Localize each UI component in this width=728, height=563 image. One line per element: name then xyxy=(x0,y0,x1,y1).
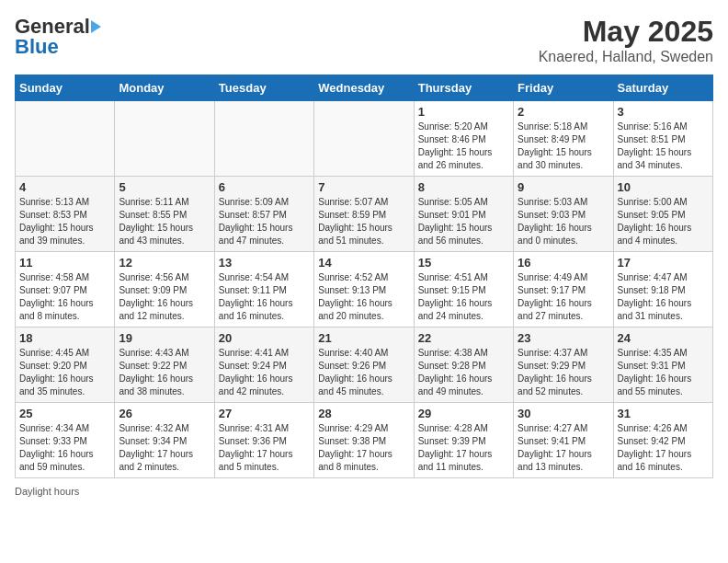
day-info: Sunrise: 5:18 AM Sunset: 8:49 PM Dayligh… xyxy=(518,121,609,172)
day-number: 2 xyxy=(518,105,609,119)
calendar-week-5: 25Sunrise: 4:34 AM Sunset: 9:33 PM Dayli… xyxy=(16,403,713,478)
day-info: Sunrise: 4:45 AM Sunset: 9:20 PM Dayligh… xyxy=(19,347,110,398)
day-number: 12 xyxy=(119,256,210,270)
calendar-cell: 12Sunrise: 4:56 AM Sunset: 9:09 PM Dayli… xyxy=(115,252,214,327)
calendar-cell: 6Sunrise: 5:09 AM Sunset: 8:57 PM Daylig… xyxy=(214,177,313,252)
calendar-header-row: Sunday Monday Tuesday Wednesday Thursday… xyxy=(16,75,713,101)
day-info: Sunrise: 5:13 AM Sunset: 8:53 PM Dayligh… xyxy=(19,196,110,247)
calendar-title: May 2025 xyxy=(539,15,713,49)
day-number: 16 xyxy=(518,256,609,270)
day-number: 21 xyxy=(318,331,409,345)
calendar-cell: 20Sunrise: 4:41 AM Sunset: 9:24 PM Dayli… xyxy=(214,327,313,403)
header-friday: Friday xyxy=(514,75,613,101)
calendar-cell: 7Sunrise: 5:07 AM Sunset: 8:59 PM Daylig… xyxy=(314,177,414,252)
day-number: 29 xyxy=(418,407,509,420)
calendar-cell: 4Sunrise: 5:13 AM Sunset: 8:53 PM Daylig… xyxy=(16,177,115,252)
day-number: 19 xyxy=(119,331,210,345)
day-number: 8 xyxy=(418,180,509,194)
calendar-week-3: 11Sunrise: 4:58 AM Sunset: 9:07 PM Dayli… xyxy=(16,252,713,327)
header-wednesday: Wednesday xyxy=(314,75,414,101)
day-info: Sunrise: 4:40 AM Sunset: 9:26 PM Dayligh… xyxy=(318,347,409,398)
calendar-cell: 31Sunrise: 4:26 AM Sunset: 9:42 PM Dayli… xyxy=(613,403,712,478)
calendar-week-2: 4Sunrise: 5:13 AM Sunset: 8:53 PM Daylig… xyxy=(16,177,713,252)
day-info: Sunrise: 4:37 AM Sunset: 9:29 PM Dayligh… xyxy=(518,347,609,398)
calendar-subtitle: Knaered, Halland, Sweden xyxy=(539,49,713,65)
day-number: 4 xyxy=(19,180,110,194)
calendar-cell: 28Sunrise: 4:29 AM Sunset: 9:38 PM Dayli… xyxy=(314,403,414,478)
day-number: 22 xyxy=(418,331,509,345)
logo-arrow-icon xyxy=(91,20,101,33)
calendar-cell xyxy=(16,101,115,177)
calendar-week-1: 1Sunrise: 5:20 AM Sunset: 8:46 PM Daylig… xyxy=(16,101,713,177)
day-info: Sunrise: 4:27 AM Sunset: 9:41 PM Dayligh… xyxy=(518,422,609,474)
day-number: 3 xyxy=(618,105,709,119)
calendar-cell: 24Sunrise: 4:35 AM Sunset: 9:31 PM Dayli… xyxy=(613,327,712,403)
day-number: 27 xyxy=(219,407,310,420)
calendar-cell: 10Sunrise: 5:00 AM Sunset: 9:05 PM Dayli… xyxy=(613,177,712,252)
calendar-cell: 2Sunrise: 5:18 AM Sunset: 8:49 PM Daylig… xyxy=(514,101,613,177)
calendar-cell: 18Sunrise: 4:45 AM Sunset: 9:20 PM Dayli… xyxy=(16,327,115,403)
calendar-cell xyxy=(115,101,214,177)
day-number: 24 xyxy=(618,331,709,345)
day-info: Sunrise: 5:03 AM Sunset: 9:03 PM Dayligh… xyxy=(518,196,609,247)
day-number: 30 xyxy=(518,407,609,420)
calendar-cell: 19Sunrise: 4:43 AM Sunset: 9:22 PM Dayli… xyxy=(115,327,214,403)
day-info: Sunrise: 4:35 AM Sunset: 9:31 PM Dayligh… xyxy=(618,347,709,398)
day-info: Sunrise: 4:51 AM Sunset: 9:15 PM Dayligh… xyxy=(418,271,509,323)
calendar-cell: 14Sunrise: 4:52 AM Sunset: 9:13 PM Dayli… xyxy=(314,252,414,327)
day-number: 1 xyxy=(418,105,509,119)
day-info: Sunrise: 4:32 AM Sunset: 9:34 PM Dayligh… xyxy=(119,422,210,474)
day-info: Sunrise: 4:52 AM Sunset: 9:13 PM Dayligh… xyxy=(318,271,409,323)
calendar-week-4: 18Sunrise: 4:45 AM Sunset: 9:20 PM Dayli… xyxy=(16,327,713,403)
day-info: Sunrise: 4:58 AM Sunset: 9:07 PM Dayligh… xyxy=(19,271,110,323)
day-info: Sunrise: 5:09 AM Sunset: 8:57 PM Dayligh… xyxy=(219,196,310,247)
calendar-cell: 16Sunrise: 4:49 AM Sunset: 9:17 PM Dayli… xyxy=(514,252,613,327)
day-info: Sunrise: 4:29 AM Sunset: 9:38 PM Dayligh… xyxy=(318,422,409,474)
day-info: Sunrise: 4:56 AM Sunset: 9:09 PM Dayligh… xyxy=(119,271,210,323)
header-tuesday: Tuesday xyxy=(214,75,313,101)
day-info: Sunrise: 5:11 AM Sunset: 8:55 PM Dayligh… xyxy=(119,196,210,247)
calendar-cell: 13Sunrise: 4:54 AM Sunset: 9:11 PM Dayli… xyxy=(214,252,313,327)
page-header: General Blue May 2025 Knaered, Halland, … xyxy=(15,15,713,65)
calendar-cell: 9Sunrise: 5:03 AM Sunset: 9:03 PM Daylig… xyxy=(514,177,613,252)
calendar-cell xyxy=(214,101,313,177)
calendar-cell: 26Sunrise: 4:32 AM Sunset: 9:34 PM Dayli… xyxy=(115,403,214,478)
calendar-cell: 15Sunrise: 4:51 AM Sunset: 9:15 PM Dayli… xyxy=(414,252,513,327)
day-number: 9 xyxy=(518,180,609,194)
calendar-cell: 8Sunrise: 5:05 AM Sunset: 9:01 PM Daylig… xyxy=(414,177,513,252)
calendar-cell xyxy=(314,101,414,177)
header-saturday: Saturday xyxy=(613,75,712,101)
day-info: Sunrise: 5:00 AM Sunset: 9:05 PM Dayligh… xyxy=(618,196,709,247)
day-info: Sunrise: 4:34 AM Sunset: 9:33 PM Dayligh… xyxy=(19,422,110,474)
footer: Daylight hours xyxy=(15,486,713,497)
day-info: Sunrise: 4:43 AM Sunset: 9:22 PM Dayligh… xyxy=(119,347,210,398)
logo: General Blue xyxy=(15,15,103,59)
day-number: 14 xyxy=(318,256,409,270)
calendar-cell: 3Sunrise: 5:16 AM Sunset: 8:51 PM Daylig… xyxy=(613,101,712,177)
day-number: 7 xyxy=(318,180,409,194)
day-number: 11 xyxy=(19,256,110,270)
calendar-cell: 23Sunrise: 4:37 AM Sunset: 9:29 PM Dayli… xyxy=(514,327,613,403)
calendar-cell: 5Sunrise: 5:11 AM Sunset: 8:55 PM Daylig… xyxy=(115,177,214,252)
day-number: 6 xyxy=(219,180,310,194)
day-info: Sunrise: 4:38 AM Sunset: 9:28 PM Dayligh… xyxy=(418,347,509,398)
day-info: Sunrise: 5:05 AM Sunset: 9:01 PM Dayligh… xyxy=(418,196,509,247)
logo-blue-text: Blue xyxy=(15,35,59,59)
day-number: 28 xyxy=(318,407,409,420)
calendar-cell: 29Sunrise: 4:28 AM Sunset: 9:39 PM Dayli… xyxy=(414,403,513,478)
header-thursday: Thursday xyxy=(414,75,513,101)
calendar-cell: 22Sunrise: 4:38 AM Sunset: 9:28 PM Dayli… xyxy=(414,327,513,403)
day-info: Sunrise: 4:31 AM Sunset: 9:36 PM Dayligh… xyxy=(219,422,310,474)
title-block: May 2025 Knaered, Halland, Sweden xyxy=(539,15,713,65)
day-info: Sunrise: 5:16 AM Sunset: 8:51 PM Dayligh… xyxy=(618,121,709,172)
day-number: 23 xyxy=(518,331,609,345)
day-info: Sunrise: 4:28 AM Sunset: 9:39 PM Dayligh… xyxy=(418,422,509,474)
day-number: 25 xyxy=(19,407,110,420)
day-info: Sunrise: 4:47 AM Sunset: 9:18 PM Dayligh… xyxy=(618,271,709,323)
day-info: Sunrise: 5:20 AM Sunset: 8:46 PM Dayligh… xyxy=(418,121,509,172)
calendar-cell: 25Sunrise: 4:34 AM Sunset: 9:33 PM Dayli… xyxy=(16,403,115,478)
calendar-cell: 11Sunrise: 4:58 AM Sunset: 9:07 PM Dayli… xyxy=(16,252,115,327)
calendar-cell: 17Sunrise: 4:47 AM Sunset: 9:18 PM Dayli… xyxy=(613,252,712,327)
day-number: 13 xyxy=(219,256,310,270)
calendar-cell: 1Sunrise: 5:20 AM Sunset: 8:46 PM Daylig… xyxy=(414,101,513,177)
